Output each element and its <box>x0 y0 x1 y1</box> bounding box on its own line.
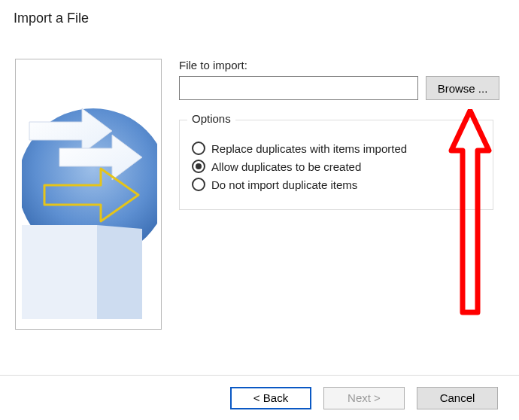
options-group: Options Replace duplicates with items im… <box>179 120 493 210</box>
radio-allow-duplicates[interactable]: Allow duplicates to be created <box>192 160 481 173</box>
dialog-title: Import a File <box>14 11 89 26</box>
file-path-row: Browse ... <box>179 76 504 100</box>
radio-icon <box>192 178 205 191</box>
options-legend: Options <box>187 112 235 125</box>
next-button[interactable]: Next > <box>323 387 405 409</box>
import-file-dialog: Import a File <box>0 0 519 420</box>
radio-icon <box>192 160 205 173</box>
file-path-input[interactable] <box>179 76 418 100</box>
wizard-illustration-frame <box>15 59 162 330</box>
wizard-button-bar: < Back Next > Cancel <box>0 375 519 420</box>
radio-label: Allow duplicates to be created <box>211 160 361 173</box>
radio-label: Do not import duplicate items <box>211 178 357 191</box>
radio-label: Replace duplicates with items imported <box>211 142 407 155</box>
content-area: File to import: Browse ... Options Repla… <box>179 59 504 210</box>
cancel-button[interactable]: Cancel <box>417 387 498 409</box>
browse-button[interactable]: Browse ... <box>426 76 499 100</box>
radio-replace-duplicates[interactable]: Replace duplicates with items imported <box>192 142 481 155</box>
svg-rect-4 <box>22 225 97 319</box>
wizard-arrows-illustration-icon <box>22 93 157 319</box>
back-button[interactable]: < Back <box>230 387 311 409</box>
file-to-import-label: File to import: <box>179 59 504 72</box>
svg-marker-5 <box>97 225 142 319</box>
radio-icon <box>192 142 205 155</box>
radio-do-not-import-duplicates[interactable]: Do not import duplicate items <box>192 178 481 191</box>
